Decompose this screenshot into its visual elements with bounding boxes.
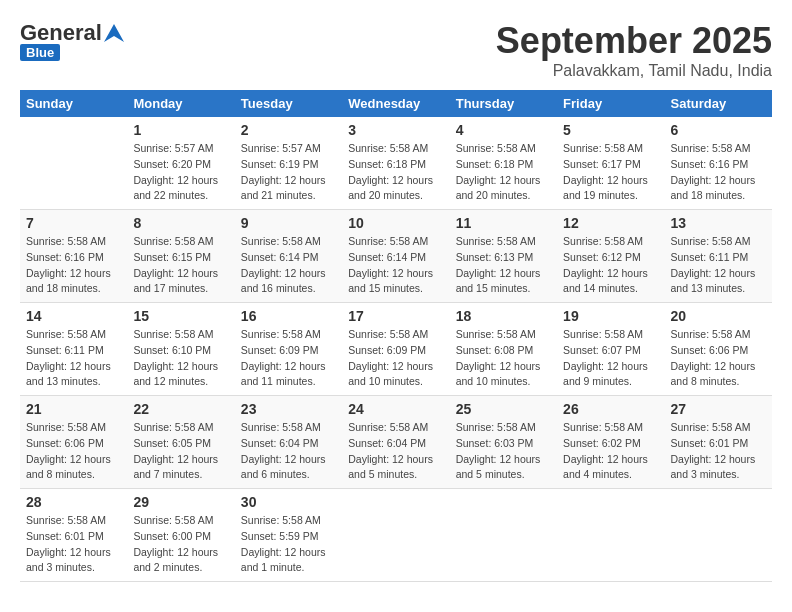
day-number: 3 [348, 122, 443, 138]
day-info: Sunrise: 5:58 AM Sunset: 6:02 PM Dayligh… [563, 420, 658, 483]
calendar-cell: 9Sunrise: 5:58 AM Sunset: 6:14 PM Daylig… [235, 210, 342, 303]
day-number: 18 [456, 308, 551, 324]
day-number: 5 [563, 122, 658, 138]
day-info: Sunrise: 5:58 AM Sunset: 6:09 PM Dayligh… [348, 327, 443, 390]
calendar-cell: 28Sunrise: 5:58 AM Sunset: 6:01 PM Dayli… [20, 489, 127, 582]
day-info: Sunrise: 5:58 AM Sunset: 6:11 PM Dayligh… [26, 327, 121, 390]
day-number: 7 [26, 215, 121, 231]
calendar-cell: 11Sunrise: 5:58 AM Sunset: 6:13 PM Dayli… [450, 210, 557, 303]
day-info: Sunrise: 5:58 AM Sunset: 6:13 PM Dayligh… [456, 234, 551, 297]
calendar-cell: 12Sunrise: 5:58 AM Sunset: 6:12 PM Dayli… [557, 210, 664, 303]
calendar-cell [557, 489, 664, 582]
calendar-cell: 18Sunrise: 5:58 AM Sunset: 6:08 PM Dayli… [450, 303, 557, 396]
header-friday: Friday [557, 90, 664, 117]
calendar-cell: 25Sunrise: 5:58 AM Sunset: 6:03 PM Dayli… [450, 396, 557, 489]
calendar-cell: 19Sunrise: 5:58 AM Sunset: 6:07 PM Dayli… [557, 303, 664, 396]
day-info: Sunrise: 5:58 AM Sunset: 6:07 PM Dayligh… [563, 327, 658, 390]
week-row-5: 28Sunrise: 5:58 AM Sunset: 6:01 PM Dayli… [20, 489, 772, 582]
calendar-cell: 1Sunrise: 5:57 AM Sunset: 6:20 PM Daylig… [127, 117, 234, 210]
header-sunday: Sunday [20, 90, 127, 117]
week-row-1: 1Sunrise: 5:57 AM Sunset: 6:20 PM Daylig… [20, 117, 772, 210]
logo: General Blue [20, 20, 124, 61]
day-number: 1 [133, 122, 228, 138]
day-number: 23 [241, 401, 336, 417]
logo-bird-icon [104, 24, 124, 42]
day-info: Sunrise: 5:58 AM Sunset: 6:06 PM Dayligh… [26, 420, 121, 483]
header-tuesday: Tuesday [235, 90, 342, 117]
calendar-cell: 24Sunrise: 5:58 AM Sunset: 6:04 PM Dayli… [342, 396, 449, 489]
day-number: 11 [456, 215, 551, 231]
calendar-cell: 26Sunrise: 5:58 AM Sunset: 6:02 PM Dayli… [557, 396, 664, 489]
title-section: September 2025 Palavakkam, Tamil Nadu, I… [496, 20, 772, 80]
day-info: Sunrise: 5:57 AM Sunset: 6:20 PM Dayligh… [133, 141, 228, 204]
calendar-cell: 14Sunrise: 5:58 AM Sunset: 6:11 PM Dayli… [20, 303, 127, 396]
day-info: Sunrise: 5:58 AM Sunset: 6:18 PM Dayligh… [348, 141, 443, 204]
day-number: 26 [563, 401, 658, 417]
day-info: Sunrise: 5:58 AM Sunset: 6:16 PM Dayligh… [671, 141, 766, 204]
day-number: 2 [241, 122, 336, 138]
calendar-cell: 15Sunrise: 5:58 AM Sunset: 6:10 PM Dayli… [127, 303, 234, 396]
day-number: 8 [133, 215, 228, 231]
header-saturday: Saturday [665, 90, 772, 117]
calendar-cell: 23Sunrise: 5:58 AM Sunset: 6:04 PM Dayli… [235, 396, 342, 489]
location: Palavakkam, Tamil Nadu, India [496, 62, 772, 80]
month-title: September 2025 [496, 20, 772, 62]
day-number: 12 [563, 215, 658, 231]
day-info: Sunrise: 5:58 AM Sunset: 6:18 PM Dayligh… [456, 141, 551, 204]
calendar-cell: 2Sunrise: 5:57 AM Sunset: 6:19 PM Daylig… [235, 117, 342, 210]
header-monday: Monday [127, 90, 234, 117]
svg-marker-0 [104, 24, 124, 42]
day-info: Sunrise: 5:58 AM Sunset: 6:03 PM Dayligh… [456, 420, 551, 483]
day-info: Sunrise: 5:58 AM Sunset: 6:15 PM Dayligh… [133, 234, 228, 297]
day-info: Sunrise: 5:58 AM Sunset: 6:12 PM Dayligh… [563, 234, 658, 297]
day-info: Sunrise: 5:58 AM Sunset: 5:59 PM Dayligh… [241, 513, 336, 576]
calendar-cell: 30Sunrise: 5:58 AM Sunset: 5:59 PM Dayli… [235, 489, 342, 582]
day-number: 9 [241, 215, 336, 231]
calendar-cell: 16Sunrise: 5:58 AM Sunset: 6:09 PM Dayli… [235, 303, 342, 396]
calendar-cell: 10Sunrise: 5:58 AM Sunset: 6:14 PM Dayli… [342, 210, 449, 303]
day-info: Sunrise: 5:58 AM Sunset: 6:16 PM Dayligh… [26, 234, 121, 297]
calendar-cell: 17Sunrise: 5:58 AM Sunset: 6:09 PM Dayli… [342, 303, 449, 396]
day-info: Sunrise: 5:58 AM Sunset: 6:14 PM Dayligh… [241, 234, 336, 297]
day-number: 17 [348, 308, 443, 324]
calendar-cell: 7Sunrise: 5:58 AM Sunset: 6:16 PM Daylig… [20, 210, 127, 303]
day-number: 10 [348, 215, 443, 231]
day-info: Sunrise: 5:58 AM Sunset: 6:05 PM Dayligh… [133, 420, 228, 483]
day-info: Sunrise: 5:58 AM Sunset: 6:09 PM Dayligh… [241, 327, 336, 390]
calendar-cell: 8Sunrise: 5:58 AM Sunset: 6:15 PM Daylig… [127, 210, 234, 303]
calendar-cell: 5Sunrise: 5:58 AM Sunset: 6:17 PM Daylig… [557, 117, 664, 210]
day-info: Sunrise: 5:58 AM Sunset: 6:17 PM Dayligh… [563, 141, 658, 204]
day-number: 28 [26, 494, 121, 510]
day-info: Sunrise: 5:58 AM Sunset: 6:08 PM Dayligh… [456, 327, 551, 390]
day-number: 4 [456, 122, 551, 138]
day-info: Sunrise: 5:58 AM Sunset: 6:06 PM Dayligh… [671, 327, 766, 390]
day-info: Sunrise: 5:58 AM Sunset: 6:01 PM Dayligh… [671, 420, 766, 483]
day-number: 13 [671, 215, 766, 231]
day-info: Sunrise: 5:57 AM Sunset: 6:19 PM Dayligh… [241, 141, 336, 204]
calendar-cell: 13Sunrise: 5:58 AM Sunset: 6:11 PM Dayli… [665, 210, 772, 303]
day-number: 15 [133, 308, 228, 324]
day-number: 21 [26, 401, 121, 417]
day-number: 29 [133, 494, 228, 510]
logo-general: General [20, 20, 102, 46]
calendar-cell: 21Sunrise: 5:58 AM Sunset: 6:06 PM Dayli… [20, 396, 127, 489]
header-thursday: Thursday [450, 90, 557, 117]
day-info: Sunrise: 5:58 AM Sunset: 6:10 PM Dayligh… [133, 327, 228, 390]
header-wednesday: Wednesday [342, 90, 449, 117]
week-row-4: 21Sunrise: 5:58 AM Sunset: 6:06 PM Dayli… [20, 396, 772, 489]
calendar-cell [665, 489, 772, 582]
page-header: General Blue September 2025 Palavakkam, … [20, 20, 772, 80]
day-info: Sunrise: 5:58 AM Sunset: 6:11 PM Dayligh… [671, 234, 766, 297]
day-number: 24 [348, 401, 443, 417]
calendar-cell: 27Sunrise: 5:58 AM Sunset: 6:01 PM Dayli… [665, 396, 772, 489]
day-number: 14 [26, 308, 121, 324]
calendar-cell: 22Sunrise: 5:58 AM Sunset: 6:05 PM Dayli… [127, 396, 234, 489]
day-number: 27 [671, 401, 766, 417]
day-info: Sunrise: 5:58 AM Sunset: 6:04 PM Dayligh… [348, 420, 443, 483]
day-info: Sunrise: 5:58 AM Sunset: 6:01 PM Dayligh… [26, 513, 121, 576]
day-number: 22 [133, 401, 228, 417]
day-number: 19 [563, 308, 658, 324]
day-number: 25 [456, 401, 551, 417]
calendar-table: SundayMondayTuesdayWednesdayThursdayFrid… [20, 90, 772, 582]
calendar-cell [20, 117, 127, 210]
